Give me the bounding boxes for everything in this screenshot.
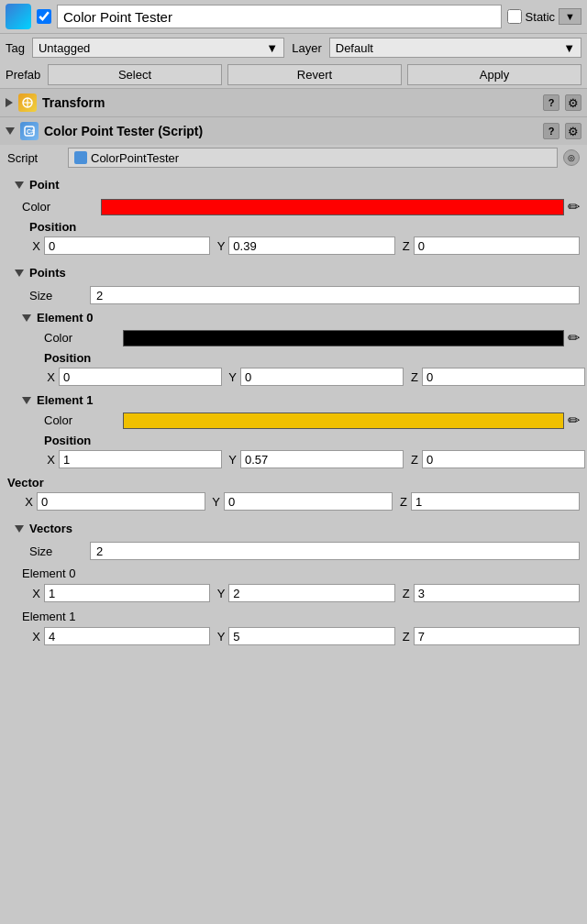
vector-section: Vector X Y Z (0, 470, 587, 512)
vector-y-input[interactable] (224, 492, 393, 511)
tag-dropdown[interactable]: Untagged ▼ (32, 38, 284, 58)
points-element0-expand-arrow[interactable] (22, 314, 31, 322)
transform-header: Transform ? ⚙ (0, 89, 587, 116)
vectors-e1-y-label: Y (214, 630, 225, 644)
points-element1-header: Element 1 (0, 388, 587, 409)
points-e0-y-input[interactable] (240, 368, 404, 386)
points-element0-color-pencil-icon[interactable]: ✏ (568, 329, 580, 346)
points-element1-color-label: Color (44, 413, 117, 427)
vectors-expand-arrow[interactable] (15, 525, 24, 533)
script-field[interactable]: ColorPointTester (68, 148, 558, 168)
script-section: C# Color Point Tester (Script) ? ⚙ Scrip… (0, 116, 587, 651)
vectors-e0-x-label: X (29, 587, 40, 600)
points-e0-x-label: X (44, 370, 55, 384)
point-color-label: Color (22, 200, 95, 214)
vector-y-label: Y (209, 495, 220, 509)
points-e1-y-label: Y (226, 453, 237, 467)
script-expand-arrow[interactable] (6, 127, 15, 135)
vectors-size-label: Size (29, 544, 84, 558)
object-name-field[interactable]: Color Point Tester (57, 5, 502, 28)
points-e1-z-input[interactable] (422, 450, 585, 468)
layer-dropdown[interactable]: Default ▼ (329, 38, 581, 58)
script-row: Script ColorPointTester ◎ (0, 145, 587, 170)
script-section-icon: C# (20, 122, 39, 140)
points-element1-expand-arrow[interactable] (22, 397, 31, 404)
prefab-select-button[interactable]: Select (48, 64, 222, 85)
vectors-e0-y-input[interactable] (228, 584, 394, 602)
vectors-e1-z-input[interactable] (414, 627, 580, 645)
point-color-row: Color ✏ (0, 195, 587, 218)
prefab-label: Prefab (6, 68, 42, 82)
points-element1-position-label: Position (44, 434, 580, 447)
points-e0-z-label: Z (407, 370, 418, 384)
points-element0-xyz-row: X Y Z (44, 368, 580, 386)
prefab-apply-button[interactable]: Apply (407, 64, 581, 85)
points-element0-position-label: Position (44, 351, 580, 365)
points-element1-label: Element 1 (22, 393, 580, 407)
vectors-element1-header: Element 1 (0, 606, 587, 625)
script-name: ColorPointTester (91, 151, 179, 165)
vectors-label: Vectors (7, 518, 580, 537)
static-dropdown[interactable]: ▼ (559, 8, 581, 25)
point-label: Point (7, 174, 580, 193)
transform-help-button[interactable]: ? (543, 94, 559, 111)
point-x-input[interactable] (44, 236, 210, 255)
point-color-bar[interactable] (101, 199, 564, 215)
points-e1-y-input[interactable] (240, 450, 404, 468)
point-y-input[interactable] (228, 236, 394, 255)
script-gear-button[interactable]: ⚙ (565, 123, 581, 139)
points-element1-color-bar[interactable] (123, 412, 564, 429)
vectors-e0-y-label: Y (214, 587, 225, 600)
points-element1-color-bar-wrap: ✏ (123, 412, 580, 429)
point-color-pencil-icon[interactable]: ✏ (568, 198, 580, 215)
script-file-icon (74, 151, 87, 164)
layer-label: Layer (292, 41, 322, 55)
vectors-e1-y-input[interactable] (228, 627, 394, 645)
static-checkbox[interactable] (507, 9, 522, 24)
active-checkbox[interactable] (37, 9, 51, 24)
transform-expand-arrow[interactable] (6, 98, 13, 107)
point-color-bar-wrap: ✏ (101, 198, 580, 215)
vector-label: Vector (7, 476, 580, 490)
prefab-revert-button[interactable]: Revert (227, 64, 402, 85)
point-position-section: Position X Y Z (0, 218, 587, 257)
vectors-e0-x-input[interactable] (44, 584, 210, 602)
points-element1-color-pencil-icon[interactable]: ✏ (568, 412, 580, 429)
vectors-e1-x-input[interactable] (44, 627, 210, 645)
header-bar: Color Point Tester Static ▼ (0, 0, 587, 34)
points-e1-x-label: X (44, 453, 55, 467)
point-y-label: Y (214, 239, 225, 253)
points-e0-x-input[interactable] (59, 368, 222, 386)
vector-z-label: Z (396, 495, 407, 509)
vectors-e0-z-label: Z (399, 587, 410, 600)
vectors-e1-z-label: Z (399, 630, 410, 644)
points-e1-x-input[interactable] (59, 450, 222, 468)
vectors-size-input[interactable] (90, 542, 580, 560)
prefab-row: Prefab Select Revert Apply (0, 61, 587, 88)
vectors-element1-xyz-row: X Y Z (29, 627, 580, 645)
points-e0-z-input[interactable] (422, 368, 585, 386)
script-section-title: Color Point Tester (Script) (44, 124, 203, 138)
vectors-e0-z-input[interactable] (414, 584, 580, 602)
static-label: Static (526, 10, 556, 24)
points-element0-color-bar[interactable] (123, 330, 564, 346)
script-target-button[interactable]: ◎ (563, 149, 580, 166)
points-expand-arrow[interactable] (15, 270, 24, 277)
points-e0-y-label: Y (226, 370, 237, 384)
transform-section: Transform ? ⚙ (0, 88, 587, 116)
points-size-label: Size (29, 289, 84, 302)
vector-z-input[interactable] (411, 492, 580, 511)
transform-gear-button[interactable]: ⚙ (565, 94, 581, 111)
vectors-element0-xyz-section: X Y Z (0, 582, 587, 606)
tag-label: Tag (6, 41, 25, 55)
points-size-input[interactable] (90, 286, 580, 304)
vector-xyz-row: X Y Z (7, 492, 580, 511)
point-z-input[interactable] (414, 236, 580, 255)
vectors-element0-header: Element 0 (0, 563, 587, 582)
points-size-row: Size (0, 283, 587, 307)
vector-x-input[interactable] (37, 492, 205, 511)
vectors-e1-x-label: X (29, 630, 40, 644)
points-element0-color-label: Color (44, 331, 117, 345)
point-expand-arrow[interactable] (15, 182, 24, 189)
script-help-button[interactable]: ? (543, 123, 559, 139)
